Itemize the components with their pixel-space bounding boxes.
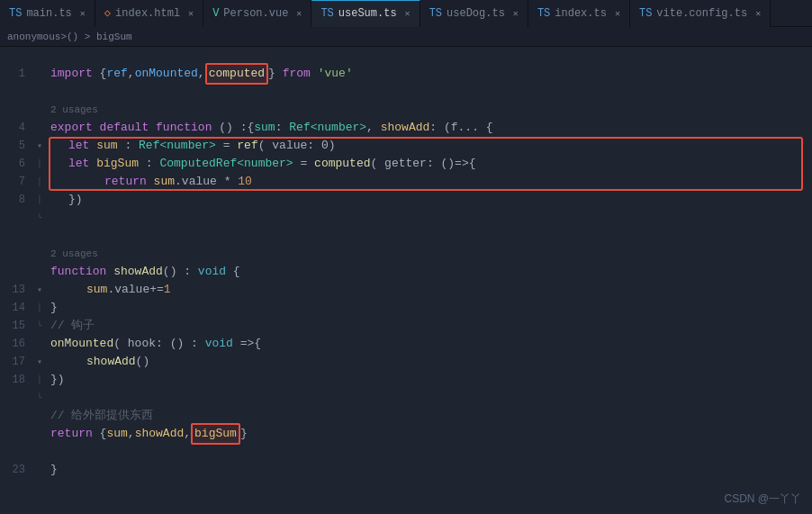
- number-10: 10: [238, 173, 252, 191]
- tab-label: index.ts: [555, 7, 607, 20]
- ref-type: Ref<number>: [289, 119, 366, 137]
- code-line-20: // 给外部提供东西: [50, 407, 812, 425]
- code-line-21: 💡 return { sum , showAdd , bigSum }: [50, 425, 812, 443]
- sum-ref: sum: [154, 173, 175, 191]
- close-brace-return: }: [240, 425, 248, 443]
- tab-index-html[interactable]: ◇ index.html ✕: [95, 0, 203, 27]
- usages-line2: 2 usages: [50, 245, 812, 263]
- tab-close[interactable]: ✕: [80, 8, 86, 19]
- tab-close[interactable]: ✕: [296, 8, 302, 19]
- code-line-empty: [50, 83, 812, 101]
- block-highlight-wrapper: let sum : Ref<number> = ref ( value: 0) …: [50, 137, 812, 191]
- paren: (): [136, 353, 150, 371]
- lightbulb-icon[interactable]: 💡: [47, 425, 49, 443]
- code-line-7: return sum . value * 10: [50, 173, 812, 191]
- punc: ( value: 0): [258, 137, 336, 155]
- tab-label: vite.config.ts: [656, 7, 747, 20]
- comment-external: // 给外部提供东西: [50, 407, 153, 425]
- onMounted-fn: onMounted: [135, 65, 198, 83]
- code-line: [50, 47, 812, 65]
- kw-default: default: [100, 119, 156, 137]
- ts-icon: TS: [537, 7, 550, 20]
- tab-main-ts[interactable]: TS main.ts ✕: [0, 0, 95, 27]
- ref-fn: ref: [106, 65, 127, 83]
- code-line-18: }): [50, 371, 812, 389]
- code-line-6: let bigSum : ComputedRef<number> = compu…: [50, 155, 812, 173]
- punc: ,: [128, 65, 135, 83]
- code-area[interactable]: import { ref , onMounted , computed } fr…: [47, 47, 812, 514]
- computed-fn: computed: [314, 155, 370, 173]
- comma: ,: [366, 119, 381, 137]
- colon: :: [124, 137, 139, 155]
- operator: *: [224, 173, 239, 191]
- attribution: CSDN @一丫丫: [724, 491, 801, 507]
- final-brace: }: [50, 461, 58, 479]
- fold-col: ▾ │ │ │ └ ▾ │ └ ▾ │ └: [32, 47, 47, 514]
- code-line-empty5: [50, 443, 812, 461]
- kw-return2: return: [50, 425, 100, 443]
- ts-icon: TS: [320, 7, 333, 20]
- value-prop: value: [182, 173, 224, 191]
- showAdd-type: showAdd: [381, 119, 430, 137]
- tab-index-ts[interactable]: TS index.ts ✕: [528, 0, 630, 27]
- editor: 1 4 5 6 7 8 13 14 15 16 17 18 23 ▾ │ │ │…: [0, 47, 812, 514]
- dot: .: [175, 173, 182, 191]
- kw-let2: let: [68, 155, 96, 173]
- arrow: =>{: [240, 335, 261, 353]
- code-line-1: import { ref , onMounted , computed } fr…: [50, 65, 812, 83]
- comment-hook: // 钩子: [50, 317, 95, 335]
- tab-label: index.html: [115, 7, 180, 20]
- tab-label: Person.vue: [223, 7, 288, 20]
- colon: :: [275, 119, 290, 137]
- void-type2: void: [205, 335, 240, 353]
- ref-fn: ref: [237, 137, 257, 155]
- code-line-4: export default function () :{ sum : Ref<…: [50, 119, 812, 137]
- breadcrumb-text: anonymous>() > bigSum: [7, 32, 132, 42]
- tab-close[interactable]: ✕: [513, 8, 519, 19]
- code-line-23: }: [50, 461, 812, 479]
- code-line-empty2: [50, 209, 812, 227]
- code-line-16: onMounted ( hook: () : void =>{: [50, 335, 812, 353]
- code-line-13: sum . value += 1: [50, 281, 812, 299]
- ts-icon: TS: [429, 7, 442, 20]
- comma2: ,: [184, 425, 191, 443]
- string-vue: 'vue': [318, 65, 353, 83]
- code-line-14: }: [50, 299, 812, 317]
- usages-line: 2 usages: [50, 101, 812, 119]
- tab-label: main.ts: [26, 7, 71, 20]
- breadcrumb: anonymous>() > bigSum: [0, 27, 812, 47]
- assign: =: [216, 137, 237, 155]
- sum-var2: sum: [86, 281, 107, 299]
- bigSum-highlight: bigSum: [191, 423, 240, 445]
- op: +=: [149, 281, 164, 299]
- onMounted-fn2: onMounted: [50, 335, 113, 353]
- close-brace2: }: [50, 299, 58, 317]
- tab-bar: TS main.ts ✕ ◇ index.html ✕ V Person.vue…: [0, 0, 812, 27]
- showAdd-call: showAdd: [86, 353, 136, 371]
- kw-return: return: [104, 173, 154, 191]
- comma: ,: [128, 425, 135, 443]
- tab-useSum-ts[interactable]: TS useSum.ts ✕: [311, 0, 420, 27]
- punc: ( hook: () :: [113, 335, 204, 353]
- kw-let: let: [68, 137, 96, 155]
- tab-vite-config-ts[interactable]: TS vite.config.ts ✕: [630, 0, 771, 27]
- ts-icon: TS: [9, 7, 22, 20]
- tab-close[interactable]: ✕: [188, 8, 194, 19]
- html-icon: ◇: [104, 6, 111, 20]
- tab-useDog-ts[interactable]: TS useDog.ts ✕: [420, 0, 528, 27]
- computed-ref-type: ComputedRef<number>: [159, 155, 293, 173]
- code-line-5: let sum : Ref<number> = ref ( value: 0): [50, 137, 812, 155]
- tab-label: useSum.ts: [338, 7, 397, 20]
- num-1: 1: [164, 281, 171, 299]
- from-keyword: from: [283, 65, 318, 83]
- tab-close[interactable]: ✕: [405, 8, 411, 19]
- punc: () :{: [219, 119, 254, 137]
- code-line-15: // 钩子: [50, 317, 812, 335]
- tab-close[interactable]: ✕: [615, 8, 620, 19]
- tab-close[interactable]: ✕: [755, 8, 761, 19]
- tab-person-vue[interactable]: V Person.vue ✕: [203, 0, 311, 27]
- usages-text: 2 usages: [50, 101, 98, 119]
- computed-highlight: computed: [205, 63, 268, 85]
- usages-text2: 2 usages: [50, 245, 98, 263]
- close-brace: }): [68, 191, 83, 209]
